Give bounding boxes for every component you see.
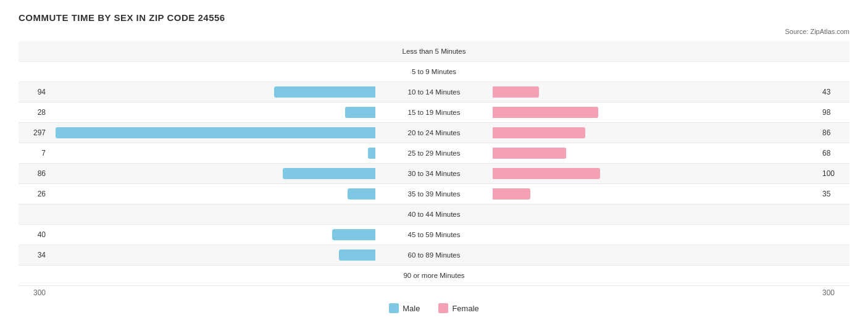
bars-container: 5 to 9 Minutes bbox=[49, 62, 819, 82]
chart-row: 725 to 29 Minutes68 bbox=[19, 143, 849, 164]
chart-row: Less than 5 Minutes bbox=[19, 41, 849, 62]
male-value: 7 bbox=[19, 149, 49, 157]
bars-container: 25 to 29 Minutes bbox=[49, 143, 819, 163]
male-bar bbox=[274, 86, 375, 98]
axis-left-label: 300 bbox=[19, 288, 49, 297]
chart-row: 4045 to 59 Minutes bbox=[19, 225, 849, 245]
bars-container: 35 to 39 Minutes bbox=[49, 184, 819, 204]
bars-container: Less than 5 Minutes bbox=[49, 41, 819, 61]
legend: Male Female bbox=[19, 303, 849, 313]
axis-row: 300 300 bbox=[19, 288, 849, 297]
row-label: 10 to 14 Minutes bbox=[405, 88, 462, 96]
legend-male-box bbox=[389, 303, 399, 313]
row-label: 20 to 24 Minutes bbox=[405, 129, 462, 136]
row-label: 5 to 9 Minutes bbox=[409, 68, 459, 75]
female-bar bbox=[493, 188, 530, 199]
source-label: Source: ZipAtlas.com bbox=[19, 28, 849, 35]
chart-title: COMMUTE TIME BY SEX IN ZIP CODE 24556 bbox=[19, 12, 849, 23]
chart-row: 8630 to 34 Minutes100 bbox=[19, 164, 849, 184]
male-bar bbox=[332, 229, 375, 240]
male-value: 34 bbox=[19, 251, 49, 259]
male-bar bbox=[283, 168, 375, 179]
chart-area: Less than 5 Minutes5 to 9 Minutes9410 to… bbox=[19, 41, 849, 286]
male-value: 297 bbox=[19, 128, 49, 137]
row-label: 90 or more Minutes bbox=[401, 272, 467, 279]
male-value: 40 bbox=[19, 230, 49, 239]
chart-row: 3460 to 89 Minutes bbox=[19, 245, 849, 266]
legend-female: Female bbox=[438, 303, 478, 313]
male-value: 86 bbox=[19, 169, 49, 178]
row-label: Less than 5 Minutes bbox=[400, 48, 469, 55]
male-bar bbox=[348, 188, 375, 199]
bars-container: 20 to 24 Minutes bbox=[49, 123, 819, 143]
legend-female-box bbox=[438, 303, 448, 313]
chart-row: 90 or more Minutes bbox=[19, 266, 849, 286]
legend-female-label: Female bbox=[452, 304, 478, 313]
bars-container: 90 or more Minutes bbox=[49, 266, 819, 285]
chart-row: 2635 to 39 Minutes35 bbox=[19, 184, 849, 204]
chart-row: 40 to 44 Minutes bbox=[19, 204, 849, 225]
male-bar bbox=[56, 127, 375, 138]
male-value: 28 bbox=[19, 108, 49, 117]
row-label: 45 to 59 Minutes bbox=[405, 231, 462, 238]
row-label: 35 to 39 Minutes bbox=[405, 190, 462, 198]
legend-male: Male bbox=[389, 303, 420, 313]
female-value: 100 bbox=[819, 169, 849, 178]
legend-male-label: Male bbox=[403, 304, 420, 313]
bars-container: 10 to 14 Minutes bbox=[49, 82, 819, 102]
row-label: 15 to 19 Minutes bbox=[405, 109, 462, 116]
chart-row: 29720 to 24 Minutes86 bbox=[19, 123, 849, 143]
bars-container: 60 to 89 Minutes bbox=[49, 245, 819, 265]
female-value: 68 bbox=[819, 149, 849, 157]
female-bar bbox=[493, 86, 539, 98]
female-bar bbox=[493, 148, 566, 159]
female-bar bbox=[493, 168, 600, 179]
bars-container: 15 to 19 Minutes bbox=[49, 103, 819, 122]
bars-container: 40 to 44 Minutes bbox=[49, 204, 819, 224]
male-bar bbox=[345, 107, 375, 118]
female-value: 35 bbox=[819, 190, 849, 198]
male-bar bbox=[368, 148, 375, 159]
row-label: 40 to 44 Minutes bbox=[405, 211, 462, 218]
bars-container: 30 to 34 Minutes bbox=[49, 164, 819, 183]
female-value: 98 bbox=[819, 108, 849, 117]
female-bar bbox=[493, 107, 598, 118]
female-value: 86 bbox=[819, 128, 849, 137]
bars-container: 45 to 59 Minutes bbox=[49, 225, 819, 245]
male-bar bbox=[339, 250, 375, 261]
chart-row: 5 to 9 Minutes bbox=[19, 62, 849, 82]
female-value: 43 bbox=[819, 88, 849, 96]
axis-right-label: 300 bbox=[819, 288, 849, 297]
row-label: 25 to 29 Minutes bbox=[405, 149, 462, 157]
row-label: 60 to 89 Minutes bbox=[405, 251, 462, 259]
row-label: 30 to 34 Minutes bbox=[405, 170, 462, 177]
female-bar bbox=[493, 127, 585, 138]
chart-row: 2815 to 19 Minutes98 bbox=[19, 103, 849, 123]
chart-row: 9410 to 14 Minutes43 bbox=[19, 82, 849, 103]
male-value: 94 bbox=[19, 88, 49, 96]
male-value: 26 bbox=[19, 190, 49, 198]
